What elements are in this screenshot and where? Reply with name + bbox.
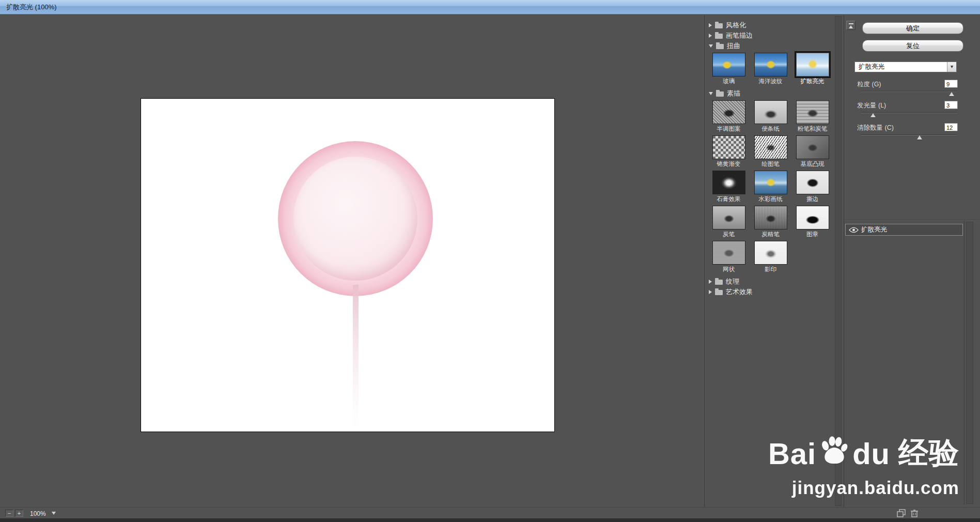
triangle-right-icon [709, 290, 712, 294]
triangle-right-icon [709, 280, 712, 284]
filter-thumbnail[interactable]: 便条纸 [750, 100, 791, 133]
thumbnail-preview-conte [754, 206, 787, 229]
slider-track[interactable] [861, 134, 957, 135]
filter-thumbnail[interactable]: 炭笔 [708, 206, 750, 238]
category-label: 艺术效果 [726, 287, 753, 297]
thumbnail-grid: 半调图案便条纸粉笔和炭笔铬黄渐变绘图笔基底凸现石膏效果水彩画纸撕边炭笔炭精笔图章… [708, 100, 834, 273]
filter-thumbnail[interactable]: 炭精笔 [750, 206, 791, 238]
effect-list-scrollbar[interactable] [966, 222, 973, 504]
triangle-right-icon [709, 23, 712, 27]
category-list: 风格化画笔描边扭曲玻璃海洋波纹扩散亮光素描半调图案便条纸粉笔和炭笔铬黄渐变绘图笔… [708, 21, 834, 296]
thumbnail-label: 绘图笔 [750, 160, 791, 168]
thumbnail-label: 便条纸 [750, 125, 791, 133]
filter-thumbnail[interactable]: 基底凸现 [791, 135, 833, 168]
thumbnail-preview-glass [712, 53, 745, 76]
filter-thumbnail[interactable]: 石膏效果 [708, 171, 750, 203]
filter-thumbnail[interactable]: 铬黄渐变 [708, 135, 750, 168]
category-header[interactable]: 扭曲 [709, 41, 833, 50]
thumbnail-preview-pen [754, 135, 787, 159]
thumbnail-preview-charcoal [712, 206, 745, 229]
slider-value-input[interactable]: 3 [944, 101, 958, 109]
thumbnail-preview-stamp [796, 206, 829, 229]
filter-thumbnail[interactable]: 扩散亮光 [791, 53, 833, 85]
effect-layer-row[interactable]: 扩散亮光 [845, 224, 963, 236]
folder-icon [715, 290, 723, 295]
thumbnail-label: 铬黄渐变 [708, 160, 750, 168]
thumbnail-label: 扩散亮光 [791, 78, 833, 85]
thumbnail-preview-basrelief [796, 135, 829, 159]
thumbnail-preview-notepaper [754, 100, 787, 124]
zoom-in-button[interactable]: + [15, 510, 23, 517]
filter-thumbnail[interactable]: 图章 [791, 206, 833, 238]
delete-effect-layer-icon[interactable] [910, 509, 920, 517]
zoom-dropdown-icon[interactable] [52, 512, 56, 515]
lollipop-stick [353, 285, 359, 429]
filter-dropdown[interactable]: 扩散亮光 ▾ [854, 62, 957, 72]
collapse-panel-button[interactable] [846, 21, 855, 30]
category-header[interactable]: 风格化 [709, 21, 833, 29]
category-label: 扭曲 [727, 41, 740, 51]
category-header[interactable]: 艺术效果 [709, 287, 833, 296]
title-bar: 扩散亮光 (100%) [0, 0, 980, 14]
zoom-out-button[interactable]: − [5, 510, 13, 517]
effect-layer-label: 扩散亮光 [861, 225, 887, 234]
slider-track[interactable] [861, 91, 957, 92]
thumbnail-label: 石膏效果 [708, 195, 750, 203]
filter-thumbnail[interactable]: 绘图笔 [750, 135, 791, 168]
slider-track[interactable] [861, 112, 957, 113]
slider-value-input[interactable]: 9 [944, 80, 958, 88]
category-header[interactable]: 纹理 [709, 277, 833, 286]
preview-area[interactable] [0, 15, 704, 507]
slider-thumb[interactable] [949, 92, 954, 96]
filter-thumbnail[interactable]: 影印 [750, 241, 791, 273]
zoom-level[interactable]: 100% [30, 510, 46, 517]
thumbnail-label: 玻璃 [708, 78, 750, 85]
slider-value-input[interactable]: 12 [944, 123, 958, 131]
category-label: 素描 [727, 89, 740, 98]
thumbnail-label: 炭笔 [708, 231, 750, 238]
slider-label: 清除数量 (C) [857, 124, 894, 132]
eye-visibility-icon[interactable] [846, 227, 861, 233]
folder-icon [716, 91, 724, 97]
new-effect-layer-icon[interactable] [897, 509, 906, 517]
thumbnail-label: 海洋波纹 [750, 78, 791, 85]
slider-group: 清除数量 (C)12 [844, 124, 980, 144]
ok-button[interactable]: 确定 [862, 22, 963, 34]
filter-thumbnail[interactable]: 撕边 [791, 171, 833, 203]
thumbnail-label: 网状 [708, 266, 750, 273]
slider-label: 发光量 (L) [857, 101, 886, 110]
category-label: 风格化 [726, 21, 746, 30]
thumbnail-preview-plaster [712, 171, 745, 194]
folder-icon [715, 34, 723, 39]
filter-thumbnail[interactable]: 玻璃 [708, 53, 750, 85]
collapse-icon [849, 23, 853, 24]
filter-thumbnail[interactable]: 海洋波纹 [750, 53, 791, 85]
thumbnail-preview-watercolor [754, 171, 787, 194]
slider-thumb[interactable] [870, 113, 876, 117]
thumbnail-label: 炭精笔 [750, 231, 791, 238]
filter-thumbnail[interactable]: 半调图案 [708, 100, 750, 133]
slider-thumb[interactable] [917, 135, 922, 140]
window-bottom-edge [0, 518, 980, 522]
thumbnail-preview-halftone [712, 100, 745, 124]
thumbnail-scrollbar[interactable] [835, 16, 842, 506]
filter-thumbnail[interactable]: 网状 [708, 241, 750, 273]
thumbnail-preview-photocopy [754, 241, 787, 265]
reset-button[interactable]: 复位 [862, 40, 963, 52]
lollipop-candy [293, 157, 417, 281]
filter-thumbnail[interactable]: 粉笔和炭笔 [791, 100, 833, 133]
filter-thumbnail[interactable]: 水彩画纸 [750, 171, 791, 203]
category-header[interactable]: 画笔描边 [709, 31, 833, 40]
triangle-right-icon [709, 34, 712, 38]
thumbnail-grid: 玻璃海洋波纹扩散亮光 [708, 53, 834, 85]
thumbnail-label: 图章 [791, 231, 833, 238]
slider-label: 粒度 (G) [857, 80, 881, 89]
category-label: 画笔描边 [726, 31, 753, 40]
thumbnail-label: 影印 [750, 266, 791, 273]
category-header[interactable]: 素描 [709, 89, 833, 98]
category-label: 纹理 [726, 277, 739, 286]
window-title: 扩散亮光 (100%) [6, 3, 57, 11]
thumbnail-label: 撕边 [791, 195, 833, 203]
folder-icon [715, 23, 723, 28]
thumbnail-preview-reticulation [712, 241, 745, 265]
